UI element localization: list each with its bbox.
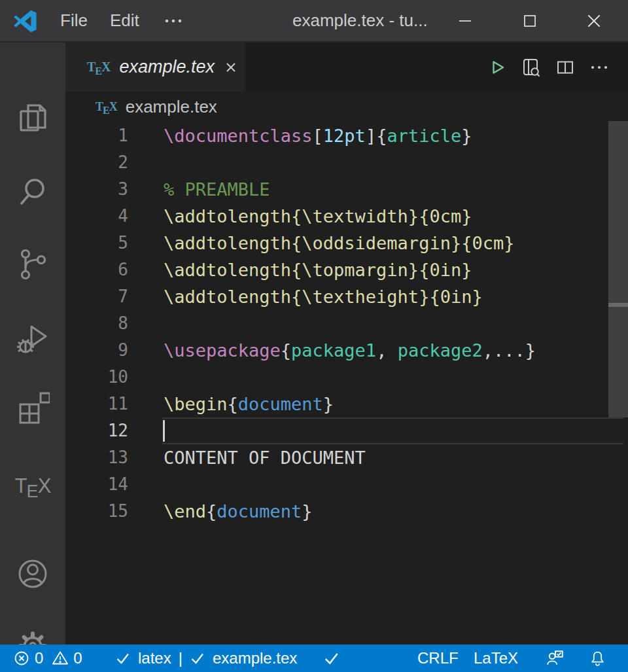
latex-structure-status[interactable]: latex | example.tex (115, 645, 297, 672)
line-number: 15 (65, 498, 128, 525)
tex-file-icon: TEX (96, 100, 117, 114)
more-actions-icon[interactable] (582, 50, 616, 84)
line-number: 1 (65, 122, 128, 149)
code-area[interactable]: 1\documentclass[12pt]{article}23% PREAMB… (65, 122, 628, 525)
code-line[interactable]: 14 (65, 471, 628, 498)
tab-example-tex[interactable]: TEX example.tex (65, 43, 245, 92)
line-number: 2 (65, 149, 128, 176)
account-icon[interactable] (14, 556, 51, 592)
error-icon (13, 650, 30, 667)
editor-actions (480, 43, 628, 92)
line-number: 13 (65, 444, 128, 471)
latex-workshop-icon[interactable]: TEX (14, 468, 51, 504)
split-editor-icon[interactable] (548, 50, 582, 84)
tex-file-icon: TEX (87, 60, 110, 75)
menu-file[interactable]: File (54, 0, 94, 41)
search-icon[interactable] (14, 173, 51, 210)
check-icon (115, 650, 131, 666)
build-status[interactable] (323, 645, 340, 672)
run-debug-icon[interactable] (14, 319, 51, 356)
code-line[interactable]: 9\usepackage{package1, package2,...} (65, 337, 628, 364)
maximize-button[interactable] (510, 0, 550, 41)
code-text: \begin{document} (164, 391, 334, 417)
code-line[interactable]: 3% PREAMBLE (65, 176, 628, 203)
root-file-label: example.tex (213, 649, 297, 667)
status-bar: 0 0 latex | example.tex CRLF LaT (0, 645, 628, 672)
code-line[interactable]: 4\addtolength{\textwidth}{0cm} (65, 203, 628, 230)
line-number: 12 (65, 417, 128, 444)
line-number: 8 (65, 310, 128, 337)
code-line[interactable]: 11\begin{document} (65, 391, 628, 417)
activity-bar: TEX (0, 43, 65, 645)
feedback-icon[interactable] (546, 645, 565, 672)
code-text: \addtolength{\textheight}{0in} (164, 283, 483, 310)
code-text: \documentclass[12pt]{article} (164, 122, 472, 149)
line-number: 6 (65, 256, 128, 283)
build-run-icon[interactable] (480, 50, 514, 84)
code-text: % PREAMBLE (164, 176, 270, 203)
breadcrumb[interactable]: TEX example.tex (65, 92, 628, 122)
code-line[interactable]: 13CONTENT OF DOCUMENT (65, 444, 628, 471)
code-text: \addtolength{\oddsidemargin}{0cm} (164, 230, 514, 256)
tab-label: example.tex (119, 57, 215, 77)
code-text: \addtolength{\topmargin}{0in} (164, 256, 472, 283)
code-line[interactable]: 7\addtolength{\textheight}{0in} (65, 283, 628, 310)
code-line[interactable]: 8 (65, 310, 628, 337)
minimize-button[interactable] (445, 0, 485, 41)
line-number: 5 (65, 230, 128, 256)
title-bar: File Edit example.tex - tu... (0, 0, 628, 43)
linter-label: latex (138, 649, 171, 667)
source-control-icon[interactable] (14, 246, 51, 283)
tab-bar: TEX example.tex (65, 43, 628, 92)
menu-more-icon[interactable] (157, 0, 190, 41)
code-line[interactable]: 15\end{document} (65, 498, 628, 525)
extensions-icon[interactable] (14, 389, 51, 425)
explorer-icon[interactable] (14, 99, 51, 136)
code-line[interactable]: 10 (65, 364, 628, 391)
line-number: 10 (65, 364, 128, 391)
vscode-window: File Edit example.tex - tu... (0, 0, 628, 672)
breadcrumb-file[interactable]: example.tex (126, 97, 217, 117)
line-number: 7 (65, 283, 128, 310)
code-text: \usepackage{package1, package2,...} (164, 337, 536, 364)
warning-count: 0 (73, 649, 82, 667)
check-icon (323, 650, 340, 667)
error-count: 0 (35, 649, 43, 667)
notifications-bell-icon[interactable] (589, 645, 606, 672)
code-line[interactable]: 5\addtolength{\oddsidemargin}{0cm} (65, 230, 628, 256)
check-icon (190, 650, 205, 666)
window-title: example.tex - tu... (292, 0, 428, 41)
vscode-logo-icon (13, 9, 37, 33)
view-pdf-preview-icon[interactable] (514, 50, 548, 84)
text-cursor (163, 420, 165, 442)
code-line[interactable]: 1\documentclass[12pt]{article} (65, 122, 628, 149)
menu-edit[interactable]: Edit (103, 0, 146, 41)
code-line[interactable]: 2 (65, 149, 628, 176)
line-number: 11 (65, 391, 128, 417)
tab-close-icon[interactable] (222, 59, 239, 76)
language-indicator[interactable]: LaTeX (474, 645, 518, 672)
code-text: \end{document} (164, 498, 313, 525)
line-number: 9 (65, 337, 128, 364)
code-line[interactable]: 12 (65, 417, 628, 444)
warning-icon (52, 650, 69, 667)
code-line[interactable]: 6\addtolength{\topmargin}{0in} (65, 256, 628, 283)
editor[interactable]: 1\documentclass[12pt]{article}23% PREAMB… (65, 122, 628, 645)
separator: | (179, 649, 183, 667)
close-button[interactable] (574, 0, 614, 41)
problems-indicator[interactable]: 0 0 (13, 645, 86, 672)
line-number: 3 (65, 176, 128, 203)
code-text: \addtolength{\textwidth}{0cm} (164, 203, 472, 230)
line-number: 14 (65, 471, 128, 498)
code-text: CONTENT OF DOCUMENT (164, 444, 366, 471)
eol-indicator[interactable]: CRLF (417, 645, 459, 672)
line-number: 4 (65, 203, 128, 230)
